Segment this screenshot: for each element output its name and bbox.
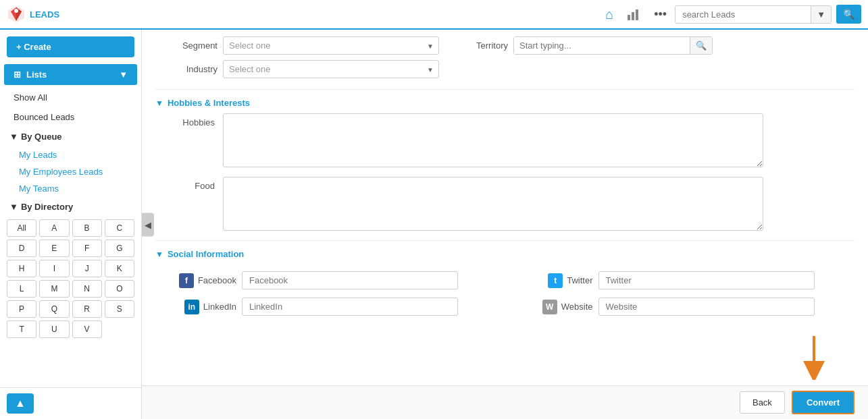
- linkedin-label: LinkedIn: [203, 302, 236, 312]
- website-label-group: W Website: [526, 300, 593, 314]
- dir-i[interactable]: I: [39, 260, 69, 277]
- dir-b[interactable]: B: [72, 219, 102, 237]
- logo-icon: [7, 5, 26, 24]
- twitter-label-group: t Twitter: [526, 273, 593, 288]
- facebook-icon: f: [179, 273, 194, 288]
- linkedin-label-group: in LinkedIn: [169, 300, 236, 314]
- chevron-down-icon: ▼: [9, 132, 18, 142]
- svg-rect-4: [628, 15, 630, 20]
- social-section-title: Social Information: [168, 249, 244, 259]
- territory-row: Territory 🔍: [466, 36, 713, 55]
- segment-select[interactable]: Select one: [223, 36, 439, 55]
- topbar: LEADS ⌂ ••• ▼ 🔍: [0, 0, 868, 30]
- segment-label: Segment: [169, 40, 223, 51]
- sidebar-my-teams[interactable]: My Teams: [0, 180, 141, 197]
- linkedin-icon: in: [184, 300, 199, 314]
- twitter-input[interactable]: [598, 271, 815, 289]
- dir-r[interactable]: R: [72, 300, 102, 318]
- twitter-icon: t: [548, 273, 563, 288]
- layout: + Create ⊞ Lists ▼ Show All Bounced Lead…: [0, 30, 868, 419]
- facebook-input[interactable]: [242, 271, 458, 289]
- dir-c[interactable]: C: [105, 219, 134, 237]
- dir-u[interactable]: U: [39, 320, 69, 338]
- back-button[interactable]: Back: [740, 391, 785, 414]
- dir-t[interactable]: T: [7, 320, 36, 338]
- dir-j[interactable]: J: [72, 260, 102, 277]
- territory-search-icon[interactable]: 🔍: [690, 37, 712, 54]
- sidebar-my-employees-leads[interactable]: My Employees Leads: [0, 163, 141, 180]
- dir-k[interactable]: K: [105, 260, 134, 277]
- dir-q[interactable]: Q: [39, 300, 69, 318]
- website-label: Website: [561, 302, 593, 312]
- industry-select[interactable]: Select one: [223, 60, 439, 78]
- svg-rect-6: [636, 9, 638, 20]
- bottom-bar: Back Convert: [142, 385, 868, 419]
- search-dropdown-button[interactable]: ▼: [811, 6, 831, 23]
- website-input[interactable]: [598, 298, 815, 316]
- dir-d[interactable]: D: [7, 240, 36, 257]
- scroll-top-button[interactable]: ▲: [7, 393, 34, 414]
- dir-o[interactable]: O: [105, 280, 134, 298]
- sidebar-by-directory: ▼ By Directory: [0, 197, 141, 217]
- app-title: LEADS: [30, 9, 59, 20]
- dir-h[interactable]: H: [7, 260, 36, 277]
- chart-button[interactable]: [621, 4, 646, 24]
- search-button[interactable]: 🔍: [836, 5, 861, 24]
- hobbies-section-title: Hobbies & Interests: [168, 98, 250, 108]
- twitter-field: t Twitter: [526, 271, 855, 289]
- sidebar-my-leads[interactable]: My Leads: [0, 146, 141, 163]
- svg-rect-5: [632, 12, 634, 20]
- convert-button[interactable]: Convert: [792, 391, 854, 414]
- segment-row: Segment Select one: [169, 36, 439, 55]
- dir-n[interactable]: N: [72, 280, 102, 298]
- dir-v[interactable]: V: [72, 320, 102, 338]
- linkedin-field: in LinkedIn: [169, 298, 499, 316]
- main-content: ◀ Segment Select one Territory 🔍: [142, 30, 868, 419]
- create-button[interactable]: + Create: [7, 36, 134, 57]
- hobbies-field-row: Hobbies: [155, 113, 854, 167]
- territory-input[interactable]: [514, 37, 690, 54]
- dir-g[interactable]: G: [105, 240, 134, 257]
- dir-e[interactable]: E: [39, 240, 69, 257]
- sidebar-by-queue: ▼ By Queue: [0, 127, 141, 146]
- food-label: Food: [155, 177, 223, 191]
- linkedin-input[interactable]: [242, 298, 458, 316]
- search-input[interactable]: [675, 6, 811, 23]
- chevron-down-icon: ▼: [155, 99, 163, 108]
- collapse-sidebar-button[interactable]: ◀: [142, 213, 154, 236]
- social-grid: f Facebook t Twitter in: [169, 271, 854, 316]
- dir-a[interactable]: A: [39, 219, 69, 237]
- chevron-down-icon: ▼: [155, 250, 163, 259]
- topbar-actions: ⌂ ••• ▼ 🔍: [600, 3, 861, 26]
- chevron-down-icon: ▼: [119, 69, 128, 80]
- industry-label: Industry: [169, 64, 223, 74]
- sidebar-bounced-leads[interactable]: Bounced Leads: [0, 107, 141, 127]
- hobbies-section-header: ▼ Hobbies & Interests: [155, 89, 854, 113]
- sidebar-lists-header[interactable]: ⊞ Lists ▼: [4, 64, 137, 85]
- grid-icon: ⊞: [14, 69, 21, 80]
- dir-m[interactable]: M: [39, 280, 69, 298]
- hobbies-textarea[interactable]: [223, 113, 763, 167]
- facebook-label-group: f Facebook: [169, 273, 236, 288]
- twitter-label: Twitter: [567, 275, 592, 285]
- sidebar-show-all[interactable]: Show All: [0, 88, 141, 107]
- dir-s[interactable]: S: [105, 300, 134, 318]
- website-icon: W: [542, 300, 557, 314]
- dir-f[interactable]: F: [72, 240, 102, 257]
- app-logo: LEADS: [7, 5, 142, 24]
- more-button[interactable]: •••: [648, 3, 672, 26]
- website-field: W Website: [526, 298, 855, 316]
- social-section-header: ▼ Social Information: [155, 240, 854, 264]
- food-field-row: Food: [155, 177, 854, 231]
- sidebar-nav: Show All Bounced Leads ▼ By Queue My Lea…: [0, 85, 141, 387]
- food-textarea[interactable]: [223, 177, 763, 231]
- facebook-field: f Facebook: [169, 271, 499, 289]
- directory-grid: All A B C D E F G H I J K L M N O P Q R …: [0, 217, 141, 341]
- sidebar: + Create ⊞ Lists ▼ Show All Bounced Lead…: [0, 30, 142, 419]
- dir-l[interactable]: L: [7, 280, 36, 298]
- home-button[interactable]: ⌂: [600, 3, 619, 26]
- dir-all[interactable]: All: [7, 219, 36, 237]
- sidebar-bottom: ▲: [0, 387, 141, 419]
- segment-select-wrapper: Select one: [223, 36, 439, 55]
- dir-p[interactable]: P: [7, 300, 36, 318]
